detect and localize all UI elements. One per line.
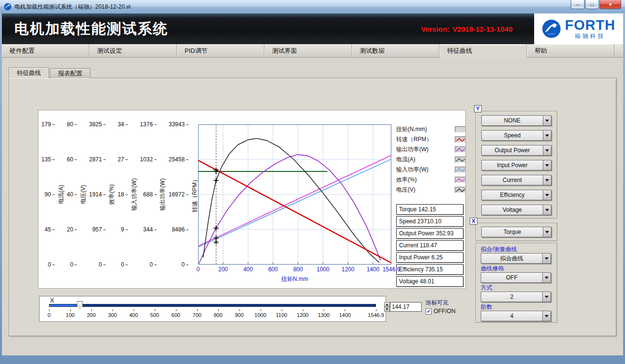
chevron-down-icon[interactable] xyxy=(543,116,551,125)
cursor-visible-label: 游标可见 xyxy=(425,299,449,307)
chevron-down-icon[interactable] xyxy=(542,311,550,321)
readout-text: Output Power 352.93 xyxy=(399,230,453,237)
y-tick-label: 1032 xyxy=(140,157,157,162)
chevron-down-icon[interactable] xyxy=(543,175,551,185)
legend-swatch[interactable] xyxy=(455,177,466,183)
y-axis-selector[interactable]: Speed xyxy=(481,130,551,141)
legend-line-icon xyxy=(455,137,466,143)
chevron-down-icon[interactable] xyxy=(543,190,551,200)
cursor-x-input[interactable] xyxy=(390,302,422,312)
chevron-down-icon[interactable] xyxy=(542,292,550,302)
slider-tick-label: 600 xyxy=(172,312,180,318)
title-bar[interactable]: 电机加载性能测试系统（福驰）2018-12-20.vi – □ × xyxy=(0,0,625,13)
readout-field: Voltage 48.01 xyxy=(396,276,463,287)
arrow-up-icon xyxy=(386,302,388,305)
chevron-down-icon[interactable] xyxy=(543,131,551,140)
plot-canvas[interactable] xyxy=(198,124,391,265)
close-button[interactable]: × xyxy=(600,0,621,9)
main-tab[interactable]: 测试界面 xyxy=(264,44,352,57)
legend-swatch[interactable] xyxy=(455,146,466,153)
chevron-down-icon[interactable] xyxy=(542,254,550,263)
main-tab[interactable]: 帮助 xyxy=(527,44,614,57)
legend-swatch[interactable] xyxy=(455,157,466,163)
legend-item[interactable]: 电压(V) xyxy=(396,185,466,195)
decrement-button[interactable] xyxy=(384,307,390,312)
legend-swatch[interactable] xyxy=(455,187,466,193)
logo-subtext: 福驰科技 xyxy=(575,32,606,40)
maximize-button[interactable]: □ xyxy=(585,0,599,9)
legend-item[interactable]: 转速（RPM） xyxy=(396,134,466,145)
main-tab[interactable]: PID调节 xyxy=(177,44,264,57)
main-tab[interactable]: 测试数据 xyxy=(352,44,439,57)
y-tick-label: 0 xyxy=(118,262,128,267)
slider-tick-label: 1100 xyxy=(276,312,288,318)
x-axis-ticks: 02004006008001000120014001546.9 xyxy=(198,266,391,273)
sub-tab[interactable]: 特征曲线 xyxy=(9,67,49,78)
fit-control-selector[interactable]: 拟合曲线 xyxy=(481,253,551,264)
version-label: Version: xyxy=(421,25,450,33)
y-tick-label: 1914 xyxy=(89,192,106,197)
slider-tick-label: 200 xyxy=(87,312,96,318)
y-axis-title: 效率(%) xyxy=(108,124,115,265)
y-tick-label: 8486 xyxy=(169,227,188,232)
slider-tick-mark xyxy=(91,309,92,311)
cursor-slider-box: X 01002003004005006007008009001000110012… xyxy=(39,296,386,322)
legend-item[interactable]: 输出功率(W) xyxy=(396,145,466,155)
y-tick-label: 179 xyxy=(41,121,55,127)
slider-thumb[interactable] xyxy=(77,301,83,309)
sub-tab-label: 报表配置 xyxy=(58,70,82,77)
app-header: 电机加载性能测试系统 Version: V2018-12-13-1040 FOR… xyxy=(2,13,623,44)
main-tab[interactable]: 特征曲线 xyxy=(439,44,527,57)
y-axis-selector[interactable]: Input Power xyxy=(481,160,551,170)
cursor-slider-track[interactable] xyxy=(49,304,376,307)
combo-value: OFF xyxy=(481,273,542,282)
fit-control-selector[interactable]: OFF xyxy=(481,272,551,283)
chevron-down-icon[interactable] xyxy=(543,227,551,237)
main-tab-label: 测试设定 xyxy=(97,47,122,54)
plot-area[interactable]: 02004006008001000120014001546.9 扭矩N.mm xyxy=(198,124,391,288)
slider-tick-mark xyxy=(239,309,240,311)
legend-label: 效率(%) xyxy=(396,176,417,184)
slider-tick-label: 400 xyxy=(129,312,138,318)
slider-tick-label: 0 xyxy=(48,312,50,318)
readout-text: Current 118.47 xyxy=(399,242,437,249)
legend-item[interactable]: 输入功率(W) xyxy=(396,165,466,175)
legend-item[interactable]: 扭矩(N.mm) xyxy=(396,124,466,134)
legend-swatch[interactable] xyxy=(455,167,466,173)
main-tab[interactable]: 测试设定 xyxy=(89,44,177,57)
legend-item[interactable]: 电流(A) xyxy=(396,155,466,165)
chevron-down-icon[interactable] xyxy=(543,160,551,170)
fit-control: 方式 2 xyxy=(481,284,552,302)
x-axis-selector[interactable]: Torque xyxy=(481,227,551,237)
fit-control-selector[interactable]: 4 xyxy=(481,311,551,321)
chevron-down-icon[interactable] xyxy=(543,205,551,215)
y-selector-group: NONE Speed Output Power xyxy=(475,111,557,218)
legend-item[interactable]: 效率(%) xyxy=(396,175,466,185)
sub-tab[interactable]: 报表配置 xyxy=(50,68,90,78)
y-tick-label: 344 xyxy=(140,227,157,232)
y-axis-selector[interactable]: Output Power xyxy=(481,145,551,156)
y-axis-selector[interactable]: Efficiency xyxy=(481,190,551,200)
legend-swatch[interactable] xyxy=(455,126,466,133)
slider-tick-label: 700 xyxy=(193,312,201,318)
y-tick-label: 16972 xyxy=(169,192,188,197)
cursor-visible-control: ✔ OFF/ON xyxy=(425,308,455,315)
y-tick-label: 0 xyxy=(67,262,77,267)
y-axis-selector[interactable]: Current xyxy=(481,175,551,185)
chevron-down-icon[interactable] xyxy=(542,273,550,282)
y-axis-selector[interactable]: NONE xyxy=(481,115,551,126)
y-axis-selector[interactable]: Voltage xyxy=(481,205,551,215)
slider-tick-mark xyxy=(303,309,303,311)
y-axis-title: 输出功率(W) xyxy=(159,124,166,265)
readout-text: Speed 23710.10 xyxy=(399,218,441,225)
cursor-visible-checkbox[interactable]: ✔ xyxy=(425,308,432,315)
slider-tick-mark xyxy=(282,309,282,311)
increment-button[interactable] xyxy=(384,302,390,307)
slider-tick-mark xyxy=(345,309,345,311)
chevron-down-icon[interactable] xyxy=(543,146,551,155)
x-tick-label: 1000 xyxy=(317,266,330,273)
main-tab[interactable]: 硬件配置 xyxy=(2,44,89,57)
minimize-button[interactable]: – xyxy=(571,0,585,9)
fit-control-selector[interactable]: 2 xyxy=(481,291,551,302)
legend-swatch[interactable] xyxy=(455,136,466,143)
